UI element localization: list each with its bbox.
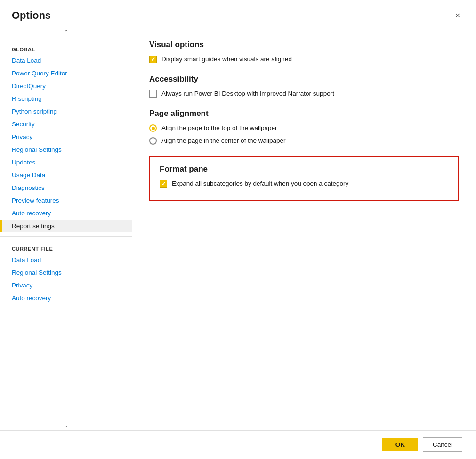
sidebar-item-auto-recovery[interactable]: Auto recovery (0, 207, 132, 220)
dialog-title: Options (12, 9, 51, 22)
sidebar-item-power-query-editor[interactable]: Power Query Editor (0, 67, 132, 80)
page-alignment-center-option: Align the page in the center of the wall… (149, 137, 459, 145)
smart-guides-label[interactable]: Display smart guides when visuals are al… (149, 55, 292, 63)
sidebar-item-usage-data[interactable]: Usage Data (0, 169, 132, 181)
sidebar-item-regional-settings[interactable]: Regional Settings (0, 143, 132, 156)
narrator-checkbox[interactable] (149, 90, 157, 98)
page-alignment-center-radio[interactable] (149, 137, 157, 145)
sidebar: ⌃ GLOBAL Data Load Power Query Editor Di… (0, 27, 132, 430)
dialog-footer: OK Cancel (0, 430, 476, 459)
page-alignment-center-label[interactable]: Align the page in the center of the wall… (149, 137, 285, 145)
close-button[interactable]: × (451, 9, 464, 22)
sidebar-item-privacy[interactable]: Privacy (0, 131, 132, 143)
page-alignment-top-option: Align the page to the top of the wallpap… (149, 124, 459, 132)
narrator-option: Always run Power BI Desktop with improve… (149, 90, 459, 98)
scroll-down-arrow[interactable]: ⌄ (0, 420, 132, 430)
sidebar-item-python-scripting[interactable]: Python scripting (0, 105, 132, 118)
page-alignment-title: Page alignment (149, 109, 459, 118)
accessibility-title: Accessibility (149, 74, 459, 84)
options-dialog: Options × ⌃ GLOBAL Data Load Power Query… (0, 0, 476, 459)
sidebar-item-data-load[interactable]: Data Load (0, 54, 132, 67)
sidebar-scroll: GLOBAL Data Load Power Query Editor Dire… (0, 37, 132, 420)
sidebar-item-diagnostics[interactable]: Diagnostics (0, 181, 132, 194)
dialog-header: Options × (0, 0, 476, 27)
ok-button[interactable]: OK (382, 438, 418, 451)
expand-subcategories-checkbox[interactable] (160, 180, 167, 188)
sidebar-item-cf-privacy[interactable]: Privacy (0, 279, 132, 292)
visual-options-section: Visual options Display smart guides when… (149, 40, 459, 63)
smart-guides-option: Display smart guides when visuals are al… (149, 55, 459, 63)
sidebar-divider (0, 236, 132, 237)
format-pane-title: Format pane (160, 164, 448, 174)
format-pane-section: Format pane Expand all subcategories by … (149, 156, 459, 201)
global-section-header: GLOBAL (0, 41, 132, 54)
page-alignment-top-radio[interactable] (149, 124, 157, 132)
page-alignment-section: Page alignment Align the page to the top… (149, 109, 459, 145)
narrator-label[interactable]: Always run Power BI Desktop with improve… (149, 90, 334, 98)
main-content: Visual options Display smart guides when… (132, 27, 476, 430)
sidebar-item-r-scripting[interactable]: R scripting (0, 92, 132, 105)
page-alignment-top-label[interactable]: Align the page to the top of the wallpap… (149, 124, 277, 132)
current-file-section-header: CURRENT FILE (0, 240, 132, 254)
smart-guides-checkbox[interactable] (149, 56, 157, 63)
expand-subcategories-option: Expand all subcategories by default when… (160, 180, 448, 188)
sidebar-item-report-settings[interactable]: Report settings (0, 220, 132, 232)
cancel-button[interactable]: Cancel (423, 437, 462, 452)
visual-options-title: Visual options (149, 40, 459, 49)
sidebar-item-cf-regional-settings[interactable]: Regional Settings (0, 266, 132, 279)
dialog-body: ⌃ GLOBAL Data Load Power Query Editor Di… (0, 27, 476, 430)
sidebar-item-preview-features[interactable]: Preview features (0, 194, 132, 207)
scroll-up-arrow[interactable]: ⌃ (0, 27, 132, 37)
sidebar-item-cf-auto-recovery[interactable]: Auto recovery (0, 292, 132, 304)
accessibility-section: Accessibility Always run Power BI Deskto… (149, 74, 459, 98)
sidebar-item-directquery[interactable]: DirectQuery (0, 80, 132, 92)
expand-subcategories-label[interactable]: Expand all subcategories by default when… (160, 180, 348, 188)
sidebar-item-updates[interactable]: Updates (0, 156, 132, 169)
sidebar-item-cf-data-load[interactable]: Data Load (0, 254, 132, 266)
sidebar-item-security[interactable]: Security (0, 118, 132, 131)
